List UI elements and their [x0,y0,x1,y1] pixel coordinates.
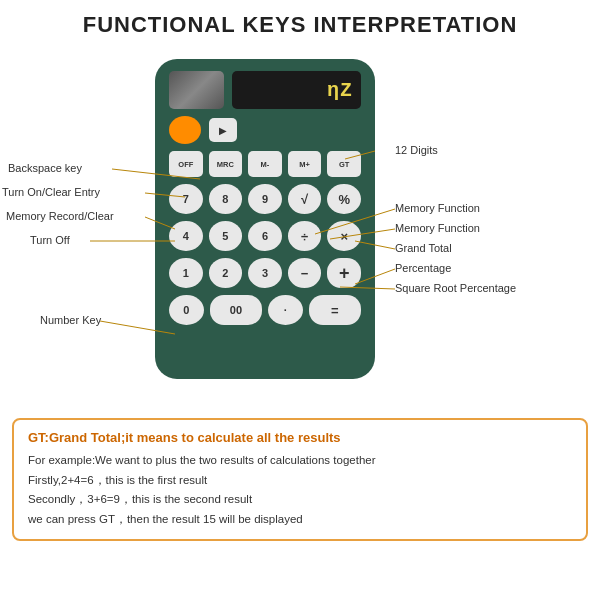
m-plus-button[interactable]: M+ [288,151,322,177]
btn-divide[interactable]: ÷ [288,221,322,251]
label-memory-record: Memory Record/Clear [6,210,114,222]
info-title: GT:Grand Total;it means to calculate all… [28,430,572,445]
btn-plus[interactable]: + [327,258,361,288]
btn-minus[interactable]: − [288,258,322,288]
num-row-4: 0 00 · = [169,295,361,325]
mrc-button[interactable]: MRC [209,151,243,177]
label-memory-function-2: Memory Function [395,222,480,234]
label-square-root: Square Root Percentage [395,282,516,294]
btn-sqrt[interactable]: √ [288,184,322,214]
btn-0[interactable]: 0 [169,295,204,325]
btn-3[interactable]: 3 [248,258,282,288]
label-memory-function-1: Memory Function [395,202,480,214]
calculator-body: ηΖ ▶ OFF MRC M- M+ GT 7 8 9 √ % 4 5 6 [155,59,375,379]
label-backspace: Backspace key [8,162,82,174]
arrow-button[interactable]: ▶ [209,118,237,142]
label-grand-total: Grand Total [395,242,452,254]
diagram-area: ηΖ ▶ OFF MRC M- M+ GT 7 8 9 √ % 4 5 6 [0,44,600,414]
info-line-2: Firstly,2+4=6，this is the first result [28,471,572,491]
btn-percent[interactable]: % [327,184,361,214]
btn-decimal[interactable]: · [268,295,303,325]
btn-4[interactable]: 4 [169,221,203,251]
btn-8[interactable]: 8 [209,184,243,214]
m-minus-button[interactable]: M- [248,151,282,177]
solar-panel [169,71,224,109]
label-number-key: Number Key [40,314,101,326]
off-button[interactable]: OFF [169,151,203,177]
top-button-row: ▶ [169,116,361,144]
num-row-2: 4 5 6 ÷ × [169,221,361,251]
btn-2[interactable]: 2 [209,258,243,288]
display-screen: ηΖ [232,71,361,109]
num-row-3: 1 2 3 − + [169,258,361,288]
btn-9[interactable]: 9 [248,184,282,214]
btn-equals[interactable]: = [309,295,361,325]
display-row: ηΖ [169,71,361,109]
btn-6[interactable]: 6 [248,221,282,251]
info-box: GT:Grand Total;it means to calculate all… [12,418,588,541]
info-line-1: For example:We want to plus the two resu… [28,451,572,471]
label-turn-off: Turn Off [30,234,70,246]
page-title: FUNCTIONAL KEYS INTERPRETATION [0,0,600,44]
btn-5[interactable]: 5 [209,221,243,251]
label-turn-on-clear: Turn On/Clear Entry [2,186,100,198]
display-value: ηΖ [327,79,353,102]
btn-multiply[interactable]: × [327,221,361,251]
btn-1[interactable]: 1 [169,258,203,288]
gt-button[interactable]: GT [327,151,361,177]
btn-7[interactable]: 7 [169,184,203,214]
orange-button[interactable] [169,116,201,144]
function-row: OFF MRC M- M+ GT [169,151,361,177]
num-row-1: 7 8 9 √ % [169,184,361,214]
label-digits: 12 Digits [395,144,438,156]
info-line-3: Secondly，3+6=9，this is the second result [28,490,572,510]
btn-00[interactable]: 00 [210,295,262,325]
info-text: For example:We want to plus the two resu… [28,451,572,529]
info-line-4: we can press GT，then the result 15 will … [28,510,572,530]
label-percentage: Percentage [395,262,451,274]
